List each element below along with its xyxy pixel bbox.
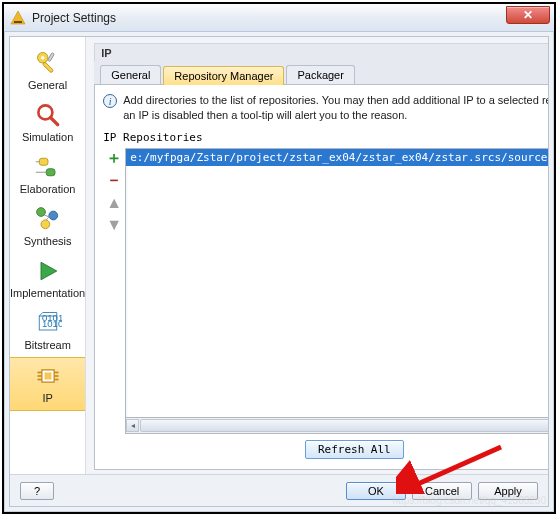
svg-rect-9	[46, 169, 55, 176]
horizontal-scrollbar[interactable]: ◂ ▸	[125, 418, 548, 434]
repo-list-item[interactable]: e:/myfpga/Zstar/project/zstar_ex04/zstar…	[126, 149, 548, 166]
svg-point-14	[41, 220, 50, 229]
sidebar-item-elaboration[interactable]: Elaboration	[10, 149, 85, 201]
info-icon: i	[103, 94, 117, 108]
sidebar-item-simulation[interactable]: Simulation	[10, 97, 85, 149]
sidebar-label: Synthesis	[24, 235, 72, 247]
tab-repository-manager[interactable]: Repository Manager	[163, 66, 284, 85]
info-text: Add directories to the list of repositor…	[123, 93, 548, 123]
bitstream-icon: 10100101	[34, 309, 62, 337]
sidebar-item-general[interactable]: General	[10, 45, 85, 97]
tab-bar: General Repository Manager Packager	[94, 61, 548, 85]
sidebar-item-implementation[interactable]: Implementation	[10, 253, 85, 305]
sidebar-item-synthesis[interactable]: Synthesis	[10, 201, 85, 253]
ok-button[interactable]: OK	[346, 482, 406, 500]
window-title: Project Settings	[32, 11, 116, 25]
close-button[interactable]: ✕	[506, 6, 550, 24]
sidebar-label: Elaboration	[20, 183, 76, 195]
move-up-button[interactable]: ▲	[105, 194, 123, 212]
svg-point-4	[41, 56, 45, 60]
svg-rect-8	[39, 158, 48, 165]
app-icon	[10, 10, 26, 26]
svg-rect-22	[44, 373, 51, 380]
help-button[interactable]: ?	[20, 482, 54, 500]
play-icon	[34, 257, 62, 285]
svg-rect-5	[47, 53, 54, 62]
svg-rect-3	[42, 62, 53, 73]
titlebar: Project Settings ✕	[4, 4, 554, 32]
tab-body: i Add directories to the list of reposit…	[94, 85, 548, 470]
magnifier-icon	[34, 101, 62, 129]
cancel-button[interactable]: Cancel	[412, 482, 472, 500]
scroll-left-button[interactable]: ◂	[126, 419, 139, 432]
repo-label: IP Repositories	[103, 131, 548, 144]
sidebar-label: Simulation	[22, 131, 73, 143]
scroll-thumb[interactable]	[140, 419, 548, 432]
apply-button[interactable]: Apply	[478, 482, 538, 500]
panel-header: IP	[94, 43, 548, 61]
sidebar-label: Implementation	[10, 287, 85, 299]
svg-point-13	[48, 211, 57, 220]
sidebar-label: General	[28, 79, 67, 91]
repo-listbox[interactable]: e:/myfpga/Zstar/project/zstar_ex04/zstar…	[125, 148, 548, 418]
remove-repo-button[interactable]: －	[105, 172, 123, 190]
synthesis-icon	[34, 205, 62, 233]
svg-text:0101: 0101	[41, 312, 61, 323]
svg-rect-1	[14, 21, 22, 23]
sidebar-label: Bitstream	[24, 339, 70, 351]
chip-icon	[34, 362, 62, 390]
svg-line-7	[50, 118, 57, 125]
tab-packager[interactable]: Packager	[286, 65, 354, 84]
sidebar-item-bitstream[interactable]: 10100101 Bitstream	[10, 305, 85, 357]
sidebar-item-ip[interactable]: IP	[10, 357, 85, 411]
tab-general[interactable]: General	[100, 65, 161, 84]
add-repo-button[interactable]: ＋	[105, 150, 123, 168]
bottom-bar: ? OK Cancel Apply	[10, 474, 548, 506]
wrench-icon	[34, 49, 62, 77]
svg-marker-17	[41, 262, 57, 280]
repo-toolbar: ＋ － ▲ ▼	[103, 148, 125, 434]
svg-line-16	[46, 217, 49, 220]
sidebar-label: IP	[42, 392, 52, 404]
refresh-all-button[interactable]: Refresh All	[305, 440, 404, 459]
gates-icon	[34, 153, 62, 181]
move-down-button[interactable]: ▼	[105, 216, 123, 234]
sidebar: General Simulation Elaboration Synthesis	[10, 37, 86, 474]
